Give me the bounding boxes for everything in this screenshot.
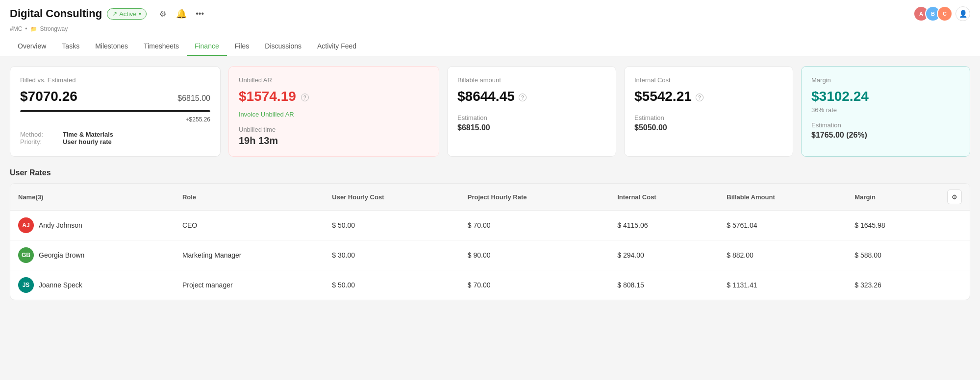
user-name-cell: AJ Andy Johnson — [10, 211, 175, 240]
col-header-hourly-rate[interactable]: Project Hourly Rate — [460, 184, 609, 211]
internal-label: Internal Cost — [634, 76, 783, 84]
margin-card: Margin $3102.24 36% rate Estimation $176… — [801, 66, 970, 157]
user-hourly-cost: $ 50.00 — [324, 211, 460, 240]
billed-secondary: $6815.00 — [177, 94, 210, 103]
internal-help-icon[interactable]: ? — [696, 94, 704, 101]
user-margin: $ 1645.98 — [847, 211, 939, 240]
user-rates-title: User Rates — [10, 168, 970, 177]
col-header-settings: ⚙ — [939, 184, 970, 211]
billable-estimation-label: Estimation — [457, 114, 606, 121]
user-hourly-cost: $ 30.00 — [324, 240, 460, 270]
chevron-down-icon: ▾ — [139, 11, 141, 17]
user-hourly-rate: $ 90.00 — [460, 240, 609, 270]
method-label: Method: — [20, 131, 43, 138]
margin-estimation-value: $1765.00 (26%) — [811, 131, 960, 140]
metrics-row: Billed vs. Estimated $7070.26 $6815.00 +… — [10, 66, 970, 157]
user-role: Marketing Manager — [175, 240, 324, 270]
user-name: Andy Johnson — [39, 221, 82, 229]
status-arrow-icon: ↗ — [112, 10, 117, 17]
internal-value: $5542.21 — [634, 89, 692, 104]
tag-label: #MC — [10, 25, 22, 32]
user-name: Georgia Brown — [39, 251, 84, 259]
user-hourly-cost: $ 50.00 — [324, 270, 460, 300]
user-billable-amount: $ 882.00 — [719, 240, 847, 270]
billed-card: Billed vs. Estimated $7070.26 $6815.00 +… — [10, 66, 221, 157]
user-avatar: GB — [18, 247, 34, 263]
user-name-cell: GB Georgia Brown — [10, 240, 175, 270]
user-internal-cost: $ 4115.06 — [609, 211, 719, 240]
team-avatars[interactable]: A B C — [913, 6, 953, 22]
billed-label: Billed vs. Estimated — [20, 76, 210, 84]
user-hourly-rate: $ 70.00 — [460, 211, 609, 240]
margin-rate: 36% rate — [811, 106, 960, 114]
tab-finance[interactable]: Finance — [187, 37, 227, 56]
user-billable-amount: $ 1131.41 — [719, 270, 847, 300]
table-settings-button[interactable]: ⚙ — [947, 190, 962, 204]
billable-value: $8644.45 — [457, 89, 515, 104]
bell-icon: 🔔 — [176, 8, 187, 19]
breadcrumb: #MC • 📁 Strongway — [10, 25, 970, 32]
tab-activity-feed[interactable]: Activity Feed — [309, 37, 364, 56]
col-header-internal-cost[interactable]: Internal Cost — [609, 184, 719, 211]
margin-estimation-label: Estimation — [811, 121, 960, 129]
col-header-margin[interactable]: Margin — [847, 184, 939, 211]
unbilled-time-label: Unbilled time — [239, 126, 429, 133]
user-name-cell: JS Joanne Speck — [10, 270, 175, 300]
unbilled-time-value: 19h 13m — [239, 135, 429, 146]
tab-milestones[interactable]: Milestones — [87, 37, 136, 56]
tab-files[interactable]: Files — [227, 37, 257, 56]
internal-cost-card: Internal Cost $5542.21 ? Estimation $505… — [624, 66, 793, 157]
margin-label: Margin — [811, 76, 960, 84]
user-avatar: JS — [18, 277, 34, 293]
ellipsis-icon: ••• — [196, 9, 204, 18]
parent-label: Strongway — [40, 25, 68, 32]
col-header-name[interactable]: Name(3) — [10, 184, 175, 211]
user-icon: 👤 — [959, 10, 967, 18]
status-badge[interactable]: ↗ Active ▾ — [107, 8, 146, 20]
user-role: Project manager — [175, 270, 324, 300]
tab-tasks[interactable]: Tasks — [54, 37, 87, 56]
col-header-role[interactable]: Role — [175, 184, 324, 211]
settings-button[interactable]: ⚙ — [155, 6, 170, 21]
billable-estimation-value: $6815.00 — [457, 123, 606, 132]
internal-estimation-label: Estimation — [634, 114, 783, 121]
invoice-link[interactable]: Invoice Unbilled AR — [239, 111, 294, 118]
unbilled-label: Unbilled AR — [239, 76, 429, 84]
more-options-button[interactable]: ••• — [193, 6, 207, 21]
user-actions — [939, 211, 970, 240]
table-row: JS Joanne Speck Project manager $ 50.00 … — [10, 270, 970, 300]
billable-card: Billable amount $8644.45 ? Estimation $6… — [447, 66, 616, 157]
unbilled-card: Unbilled AR $1574.19 ? Invoice Unbilled … — [228, 66, 439, 157]
status-label: Active — [119, 10, 136, 18]
gear-icon: ⚙ — [159, 9, 166, 19]
project-title: Digital Consulting — [10, 7, 102, 20]
tab-timesheets[interactable]: Timesheets — [136, 37, 187, 56]
navigation-tabs: Overview Tasks Milestones Timesheets Fin… — [10, 37, 970, 56]
billed-value: $7070.26 — [20, 89, 77, 104]
tab-discussions[interactable]: Discussions — [257, 37, 309, 56]
billable-help-icon[interactable]: ? — [519, 94, 527, 101]
unbilled-help-icon[interactable]: ? — [301, 94, 309, 101]
billable-label: Billable amount — [457, 76, 606, 84]
col-header-hourly-cost[interactable]: User Hourly Cost — [324, 184, 460, 211]
user-avatar: AJ — [18, 217, 34, 233]
table-row: GB Georgia Brown Marketing Manager $ 30.… — [10, 240, 970, 270]
folder-icon: 📁 — [30, 26, 37, 32]
table-row: AJ Andy Johnson CEO $ 50.00 $ 70.00 $ 41… — [10, 211, 970, 240]
user-margin: $ 588.00 — [847, 240, 939, 270]
user-rates-table-container: Name(3) Role User Hourly Cost Project Ho… — [10, 183, 970, 300]
priority-label: Priority: — [20, 138, 43, 145]
tab-overview[interactable]: Overview — [10, 37, 54, 56]
col-header-billable-amount[interactable]: Billable Amount — [719, 184, 847, 211]
avatar: C — [937, 6, 953, 22]
method-value: Time & Materials — [63, 131, 113, 138]
user-name: Joanne Speck — [39, 281, 82, 289]
unbilled-value: $1574.19 — [239, 89, 296, 104]
notifications-button[interactable]: 🔔 — [174, 6, 189, 21]
user-rates-table: Name(3) Role User Hourly Cost Project Ho… — [10, 184, 970, 300]
user-hourly-rate: $ 70.00 — [460, 270, 609, 300]
margin-value: $3102.24 — [811, 89, 960, 104]
user-profile-button[interactable]: 👤 — [955, 6, 970, 21]
user-actions — [939, 270, 970, 300]
billed-diff: +$255.26 — [20, 116, 210, 123]
